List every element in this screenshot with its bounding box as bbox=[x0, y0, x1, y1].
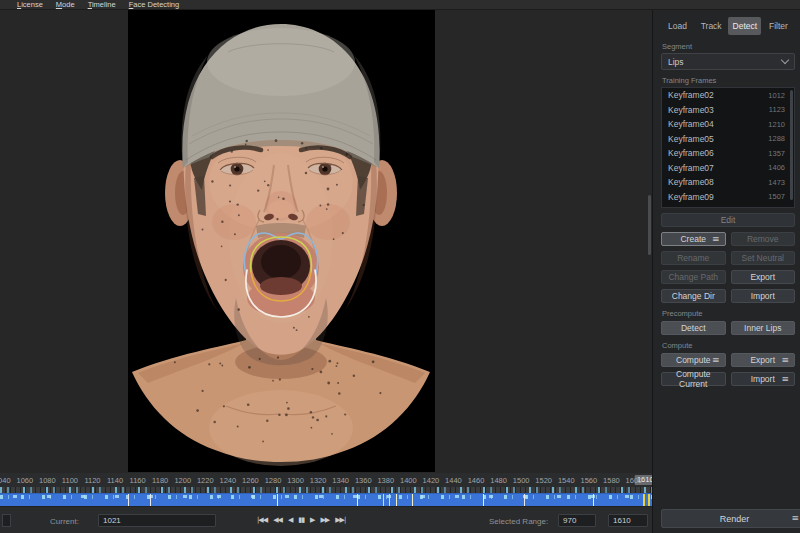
import-button[interactable]: Import bbox=[731, 289, 796, 303]
transport-button[interactable]: ◀◀ bbox=[272, 512, 283, 528]
timeline-ruler[interactable]: 1610 10401060108011001120114011601180120… bbox=[0, 473, 652, 487]
keyframe-list-item[interactable]: Keyframe03 1123 bbox=[662, 103, 794, 118]
menu-icon[interactable]: ≡ bbox=[781, 355, 789, 365]
range-start-input[interactable] bbox=[558, 514, 596, 527]
ruler-tick-label: 1320 bbox=[310, 476, 327, 485]
transport-button[interactable]: ▶▶ bbox=[319, 512, 330, 528]
edit-button[interactable]: Edit bbox=[661, 213, 795, 227]
ruler-tick-label: 1380 bbox=[377, 476, 394, 485]
face-tracking-app: LicenseModeTimelineFace Detecting bbox=[0, 0, 800, 533]
menu-icon[interactable]: ≡ bbox=[781, 374, 789, 384]
rename-button[interactable]: Rename bbox=[661, 251, 726, 265]
remove-button[interactable]: Remove bbox=[731, 232, 796, 246]
set-neutral-button[interactable]: Set Neutral bbox=[731, 251, 796, 265]
ruler-tick-label: 1160 bbox=[130, 476, 146, 485]
training-frames-list[interactable]: Keyframe02 1012 Keyframe03 1123 Keyframe… bbox=[661, 87, 795, 208]
compute-export-button[interactable]: Export ≡ bbox=[731, 353, 796, 367]
ruler-tick-label: 1200 bbox=[174, 476, 191, 485]
keyframe-frame-number: 1406 bbox=[768, 163, 785, 172]
transport-button[interactable]: ▮▮ bbox=[297, 512, 305, 528]
panel-tab[interactable]: Load bbox=[661, 17, 694, 35]
precompute-detect-button[interactable]: Detect bbox=[661, 321, 726, 335]
frame-mini-box[interactable] bbox=[2, 514, 11, 527]
keyframe-name: Keyframe05 bbox=[668, 134, 714, 144]
keyframe-frame-number: 1357 bbox=[768, 149, 785, 158]
menu-icon[interactable]: ≡ bbox=[712, 355, 720, 365]
keyframe-list-item[interactable]: Keyframe10 1543 bbox=[662, 204, 794, 208]
compute-current-button[interactable]: Compute Current bbox=[661, 372, 726, 386]
inner-lips-button[interactable]: Inner Lips bbox=[731, 321, 796, 335]
ruler-tick-label: 1300 bbox=[287, 476, 304, 485]
ruler-tick-label: 1080 bbox=[39, 476, 56, 485]
keyframe-list-item[interactable]: Keyframe08 1473 bbox=[662, 175, 794, 190]
keyframe-frame-number: 1210 bbox=[768, 120, 785, 129]
menu-item[interactable]: Face Detecting bbox=[129, 0, 179, 10]
list-scrollbar[interactable] bbox=[790, 90, 793, 200]
keyframe-frame-number: 1507 bbox=[768, 192, 785, 201]
current-frame-input[interactable] bbox=[98, 514, 216, 527]
panel-tab[interactable]: Filter bbox=[762, 17, 795, 35]
panel-tab[interactable]: Track bbox=[695, 17, 728, 35]
transport-button[interactable]: ▶ bbox=[309, 512, 315, 528]
status-bar: Current: |◀◀◀◀◀▮▮▶▶▶▶▶| Selected Range: bbox=[0, 506, 652, 533]
create-button[interactable]: Create ≡ bbox=[661, 232, 726, 246]
ruler-tick-label: 1140 bbox=[107, 476, 123, 485]
render-label: Render bbox=[720, 514, 750, 524]
keyframe-list-item[interactable]: Keyframe06 1357 bbox=[662, 146, 794, 161]
precompute-label: Precompute bbox=[662, 309, 795, 318]
menu-item[interactable]: Timeline bbox=[88, 0, 116, 10]
face-render[interactable] bbox=[128, 10, 435, 472]
keyframe-actions: Create ≡ Remove Rename Set Neutral Chang… bbox=[661, 232, 795, 303]
ruler-tick-label: 1360 bbox=[355, 476, 372, 485]
menu-item[interactable]: Mode bbox=[56, 0, 75, 10]
compute-actions: Compute ≡ Export ≡ Compute Current Impor… bbox=[661, 353, 795, 386]
keyframe-list-item[interactable]: Keyframe09 1507 bbox=[662, 190, 794, 205]
ruler-tick-label: 1040 bbox=[0, 476, 11, 485]
keyframe-list-item[interactable]: Keyframe07 1406 bbox=[662, 161, 794, 176]
menu-item[interactable]: License bbox=[17, 0, 43, 10]
menu-icon[interactable]: ≡ bbox=[712, 234, 720, 244]
timeline-track[interactable] bbox=[0, 493, 652, 506]
keyframe-list-item[interactable]: Keyframe05 1288 bbox=[662, 132, 794, 147]
ruler-tick-label: 1480 bbox=[490, 476, 507, 485]
ruler-tick-label: 1560 bbox=[580, 476, 597, 485]
change-dir-button[interactable]: Change Dir bbox=[661, 289, 726, 303]
render-button[interactable]: Render ≡ bbox=[661, 509, 800, 528]
export-button[interactable]: Export bbox=[731, 270, 796, 284]
panel-tab[interactable]: Detect bbox=[728, 17, 761, 35]
keyframe-list-item[interactable]: Keyframe04 1210 bbox=[662, 117, 794, 132]
ruler-tick-label: 1420 bbox=[423, 476, 440, 485]
keyframe-frame-number: 1123 bbox=[769, 105, 785, 114]
transport-button[interactable]: ▶▶| bbox=[334, 512, 346, 528]
ruler-tick-label: 1280 bbox=[265, 476, 282, 485]
compute-button[interactable]: Compute ≡ bbox=[661, 353, 726, 367]
transport-button[interactable]: ◀ bbox=[287, 512, 293, 528]
keyframe-name: Keyframe08 bbox=[668, 177, 714, 187]
transport-button[interactable]: |◀◀ bbox=[256, 512, 268, 528]
menu-icon[interactable]: ≡ bbox=[791, 513, 799, 523]
range-end-input[interactable] bbox=[608, 514, 648, 527]
segment-dropdown[interactable]: Lips bbox=[661, 53, 795, 70]
face-render-canvas[interactable] bbox=[128, 10, 435, 472]
viewport-scrollbar[interactable] bbox=[648, 195, 651, 255]
keyframe-name: Keyframe10 bbox=[668, 206, 714, 208]
compute-button-label: Compute bbox=[676, 355, 711, 365]
ruler-tick-label: 1060 bbox=[16, 476, 33, 485]
timeline-track-dashes-2 bbox=[0, 495, 652, 498]
ruler-tick-label: 1440 bbox=[445, 476, 462, 485]
ruler-tick-label: 1240 bbox=[220, 476, 237, 485]
training-frames-label: Training Frames bbox=[662, 76, 795, 85]
ruler-tick-label: 1600 bbox=[626, 476, 643, 485]
ruler-tick-label: 1340 bbox=[332, 476, 349, 485]
keyframe-name: Keyframe02 bbox=[668, 90, 714, 100]
keyframe-name: Keyframe04 bbox=[668, 119, 714, 129]
ruler-tick-label: 1120 bbox=[84, 476, 100, 485]
precompute-actions: Detect Inner Lips bbox=[661, 321, 795, 335]
segment-label: Segment bbox=[662, 42, 795, 51]
chevron-down-icon bbox=[781, 56, 789, 64]
change-path-button[interactable]: Change Path bbox=[661, 270, 726, 284]
mouth bbox=[243, 233, 319, 316]
keyframe-list-item[interactable]: Keyframe02 1012 bbox=[662, 88, 794, 103]
selected-range-label: Selected Range: bbox=[489, 517, 548, 526]
compute-import-button[interactable]: Import ≡ bbox=[731, 372, 796, 386]
